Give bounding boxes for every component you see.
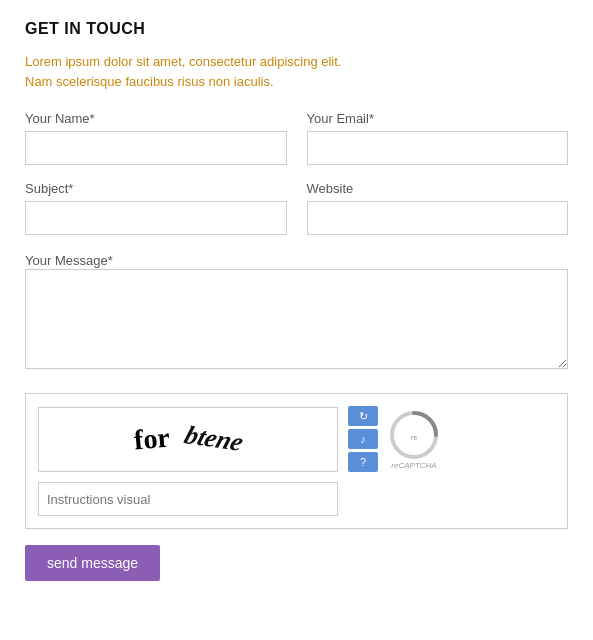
email-group: Your Email*: [307, 111, 569, 165]
captcha-word2: btene: [180, 420, 247, 457]
captcha-word1: for: [132, 422, 170, 457]
svg-text:re: re: [411, 434, 417, 441]
subject-label: Subject*: [25, 181, 287, 196]
recaptcha-logo: re reCAPTCHA: [388, 409, 440, 470]
page-title: GET IN TOUCH: [25, 20, 568, 38]
captcha-help-button[interactable]: ?: [348, 452, 378, 472]
subject-website-row: Subject* Website: [25, 181, 568, 235]
name-input[interactable]: [25, 131, 287, 165]
intro-text: Lorem ipsum dolor sit amet, consectetur …: [25, 52, 568, 91]
captcha-refresh-button[interactable]: ↻: [348, 406, 378, 426]
website-group: Website: [307, 181, 569, 235]
name-group: Your Name*: [25, 111, 287, 165]
captcha-controls: ↻ ♪ ?: [348, 406, 378, 472]
captcha-instructions-input[interactable]: [38, 482, 338, 516]
website-label: Website: [307, 181, 569, 196]
refresh-icon: ↻: [359, 410, 368, 423]
recaptcha-icon: re: [388, 409, 440, 461]
recaptcha-label: reCAPTCHA: [391, 461, 436, 470]
captcha-top: for btene ↻ ♪ ? re reCAPTCHA: [38, 406, 555, 472]
message-textarea[interactable]: [25, 269, 568, 369]
captcha-image: for btene: [38, 407, 338, 472]
sound-icon: ♪: [360, 433, 366, 445]
help-icon: ?: [360, 456, 366, 468]
email-label: Your Email*: [307, 111, 569, 126]
name-label: Your Name*: [25, 111, 287, 126]
captcha-section: for btene ↻ ♪ ? re reCAPTCHA: [25, 393, 568, 529]
message-group: Your Message*: [25, 251, 568, 373]
email-input[interactable]: [307, 131, 569, 165]
subject-group: Subject*: [25, 181, 287, 235]
name-email-row: Your Name* Your Email*: [25, 111, 568, 165]
website-input[interactable]: [307, 201, 569, 235]
message-label: Your Message*: [25, 253, 113, 268]
send-message-button[interactable]: send message: [25, 545, 160, 581]
captcha-instructions-row: [38, 482, 555, 516]
captcha-sound-button[interactable]: ♪: [348, 429, 378, 449]
subject-input[interactable]: [25, 201, 287, 235]
